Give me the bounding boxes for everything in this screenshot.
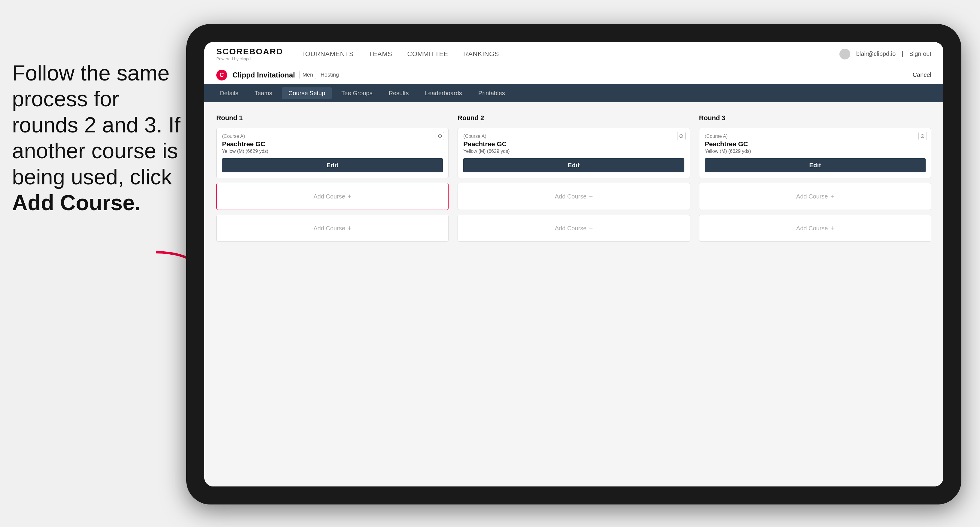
logo-sub: Powered by clippd	[216, 56, 283, 61]
round-2-edit-button[interactable]: Edit	[463, 158, 684, 172]
round-3-label: Round 3	[699, 114, 931, 122]
round-3-add-course-2[interactable]: Add Course +	[699, 215, 931, 242]
round-3-remove-button[interactable]: ⊙	[918, 132, 927, 140]
round-1-add-course-1-label: Add Course	[313, 193, 345, 200]
round-1-course-info: Yellow (M) (6629 yds)	[222, 149, 443, 154]
round-3-add-course-2-label: Add Course	[796, 225, 828, 232]
tablet-frame: SCOREBOARD Powered by clippd TOURNAMENTS…	[186, 24, 961, 505]
round-2-add-course-2[interactable]: Add Course +	[458, 215, 690, 242]
round-2-add-course-1-plus: +	[589, 192, 593, 200]
round-2-remove-button[interactable]: ⊙	[677, 132, 686, 140]
nav-links: TOURNAMENTS TEAMS COMMITTEE RANKINGS	[301, 50, 839, 58]
round-3-add-course-1-label: Add Course	[796, 193, 828, 200]
tournament-badge: Men	[299, 71, 317, 79]
tab-printables[interactable]: Printables	[472, 87, 512, 99]
user-avatar	[839, 49, 850, 59]
tournament-status: Hosting	[321, 72, 339, 78]
round-3-course-info: Yellow (M) (6629 yds)	[705, 149, 926, 154]
tab-teams[interactable]: Teams	[248, 87, 279, 99]
round-3-edit-button[interactable]: Edit	[705, 158, 926, 172]
round-1-add-course-2-label: Add Course	[313, 225, 345, 232]
round-1-course-name: Peachtree GC	[222, 140, 443, 148]
nav-rankings[interactable]: RANKINGS	[463, 50, 499, 58]
tab-course-setup[interactable]: Course Setup	[282, 87, 332, 99]
instruction-text: Follow the same process for rounds 2 and…	[0, 48, 195, 228]
nav-teams[interactable]: TEAMS	[369, 50, 392, 58]
round-3-column: Round 3 ⊙ (Course A) Peachtree GC Yellow…	[699, 114, 931, 242]
nav-right: blair@clippd.io | Sign out	[839, 49, 931, 59]
round-1-edit-button[interactable]: Edit	[222, 158, 443, 172]
nav-tournaments[interactable]: TOURNAMENTS	[301, 50, 353, 58]
round-2-column: Round 2 ⊙ (Course A) Peachtree GC Yellow…	[458, 114, 690, 242]
round-1-add-course-2-plus: +	[348, 224, 352, 232]
round-2-course-tag: (Course A)	[463, 133, 684, 139]
scoreboard-logo: SCOREBOARD Powered by clippd	[216, 47, 283, 61]
user-email: blair@clippd.io	[856, 51, 896, 57]
sign-out-link[interactable]: Sign out	[909, 51, 931, 57]
tablet-screen: SCOREBOARD Powered by clippd TOURNAMENTS…	[204, 42, 943, 486]
round-1-add-course-1[interactable]: Add Course +	[216, 183, 449, 210]
round-1-label: Round 1	[216, 114, 449, 122]
round-1-add-course-1-plus: +	[348, 192, 352, 200]
rounds-grid: Round 1 ⊙ (Course A) Peachtree GC Yellow…	[216, 114, 931, 242]
top-nav: SCOREBOARD Powered by clippd TOURNAMENTS…	[204, 42, 943, 66]
tournament-logo-icon: C	[216, 70, 227, 81]
round-3-add-course-1-plus: +	[830, 192, 834, 200]
round-2-course-info: Yellow (M) (6629 yds)	[463, 149, 684, 154]
round-2-add-course-1-label: Add Course	[555, 193, 587, 200]
tournament-name: Clippd Invitational	[232, 71, 295, 79]
instruction-panel: Follow the same process for rounds 2 and…	[0, 0, 186, 527]
round-2-add-course-2-plus: +	[589, 224, 593, 232]
nav-committee[interactable]: COMMITTEE	[407, 50, 449, 58]
tournament-bar: C Clippd Invitational Men Hosting Cancel	[204, 66, 943, 84]
round-3-add-course-1[interactable]: Add Course +	[699, 183, 931, 210]
round-3-course-tag: (Course A)	[705, 133, 926, 139]
tab-results[interactable]: Results	[382, 87, 415, 99]
tab-tee-groups[interactable]: Tee Groups	[335, 87, 379, 99]
main-content: Round 1 ⊙ (Course A) Peachtree GC Yellow…	[204, 102, 943, 486]
round-1-remove-button[interactable]: ⊙	[436, 132, 444, 140]
round-1-course-card: ⊙ (Course A) Peachtree GC Yellow (M) (66…	[216, 128, 449, 178]
tab-leaderboards[interactable]: Leaderboards	[418, 87, 468, 99]
round-1-course-tag: (Course A)	[222, 133, 443, 139]
sub-tabs: Details Teams Course Setup Tee Groups Re…	[204, 84, 943, 102]
round-2-course-name: Peachtree GC	[463, 140, 684, 148]
cancel-button[interactable]: Cancel	[913, 71, 931, 78]
round-1-add-course-2[interactable]: Add Course +	[216, 215, 449, 242]
round-3-course-card: ⊙ (Course A) Peachtree GC Yellow (M) (66…	[699, 128, 931, 178]
round-2-add-course-1[interactable]: Add Course +	[458, 183, 690, 210]
round-3-add-course-2-plus: +	[830, 224, 834, 232]
logo-title: SCOREBOARD	[216, 47, 283, 56]
round-2-label: Round 2	[458, 114, 690, 122]
round-1-column: Round 1 ⊙ (Course A) Peachtree GC Yellow…	[216, 114, 449, 242]
round-2-course-card: ⊙ (Course A) Peachtree GC Yellow (M) (66…	[458, 128, 690, 178]
round-3-course-name: Peachtree GC	[705, 140, 926, 148]
nav-separator: |	[902, 51, 903, 57]
tab-details[interactable]: Details	[213, 87, 245, 99]
round-2-add-course-2-label: Add Course	[555, 225, 587, 232]
